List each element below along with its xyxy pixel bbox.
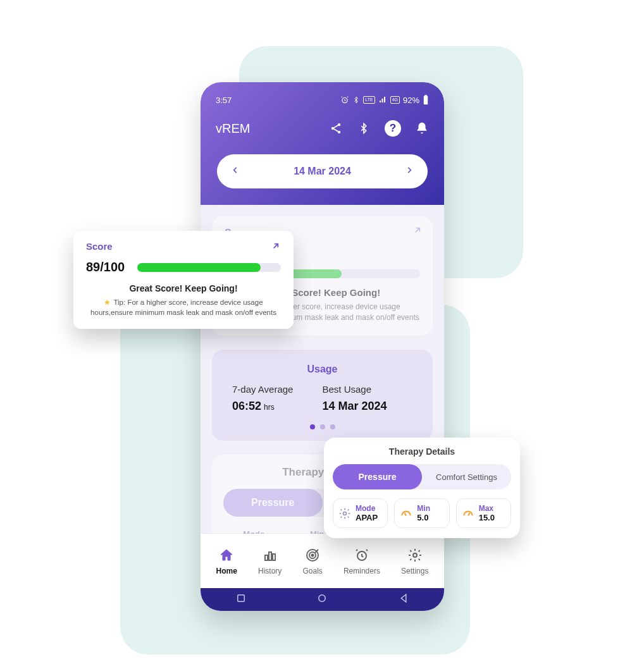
svg-point-16 <box>319 595 326 602</box>
nav-history[interactable]: History <box>258 548 282 575</box>
tab-pressure[interactable]: Pressure <box>333 464 422 489</box>
svg-point-3 <box>338 123 340 126</box>
battery-icon <box>423 95 429 105</box>
bluetooth-icon[interactable] <box>357 121 371 135</box>
best-value: 14 Mar 2024 <box>323 400 413 413</box>
reminders-icon <box>354 548 369 563</box>
home-icon <box>219 548 234 563</box>
date-selector: 14 Mar 2024 <box>217 154 428 188</box>
bell-icon[interactable] <box>415 121 429 135</box>
bottom-nav: Home History Goals Reminders Settings <box>201 534 444 588</box>
mode-item: Mode APAP <box>333 498 388 528</box>
score-popup[interactable]: Score 89/100 Great Score! Keep Going! ★T… <box>73 231 294 329</box>
star-icon: ★ <box>104 298 111 306</box>
tab-pressure[interactable]: Pressure <box>223 489 323 517</box>
nav-reminders[interactable]: Reminders <box>344 548 380 575</box>
best-label: Best Usage <box>323 384 413 395</box>
nav-goals[interactable]: Goals <box>302 548 322 575</box>
settings-icon <box>407 548 423 563</box>
score-title: Score <box>86 241 113 252</box>
avg-label: 7-day Average <box>232 384 323 395</box>
status-icons: LTE 4G 92% <box>340 95 429 105</box>
svg-point-4 <box>331 127 334 130</box>
gauge-icon <box>400 507 412 520</box>
alarm-icon <box>340 95 349 104</box>
svg-rect-8 <box>269 552 271 560</box>
svg-point-14 <box>413 553 417 557</box>
history-icon <box>263 548 278 563</box>
svg-rect-1 <box>424 96 428 105</box>
tab-comfort[interactable]: Comfort Settings <box>422 472 511 482</box>
svg-rect-7 <box>265 555 268 560</box>
svg-point-17 <box>344 512 347 515</box>
score-progress <box>137 263 281 272</box>
app-title: vREM <box>216 121 250 136</box>
date-label: 14 Mar 2024 <box>294 166 351 177</box>
usage-card[interactable]: Usage 7-day Average 06:52hrs Best Usage … <box>212 350 433 441</box>
svg-point-5 <box>338 131 340 133</box>
gear-icon <box>338 507 351 520</box>
avg-value: 06:52hrs <box>232 400 323 413</box>
segmented-control[interactable]: Pressure Comfort Settings <box>333 464 511 489</box>
svg-point-12 <box>312 555 314 556</box>
min-item: Min 5.0 <box>394 498 449 528</box>
usage-title: Usage <box>228 364 416 375</box>
android-home-button[interactable] <box>316 593 328 606</box>
help-icon[interactable]: ? <box>385 120 401 137</box>
bluetooth-icon <box>352 95 360 104</box>
signal-icon <box>378 96 387 104</box>
svg-rect-15 <box>238 595 245 602</box>
app-header: 3:57 LTE 4G 92% vREM ? <box>201 82 444 205</box>
therapy-popup[interactable]: Therapy Details Pressure Comfort Setting… <box>324 438 520 538</box>
therapy-title: Therapy Details <box>333 446 511 457</box>
pager-dots[interactable] <box>228 424 416 429</box>
nav-home[interactable]: Home <box>216 548 237 575</box>
gauge-icon <box>462 507 474 520</box>
android-recent-button[interactable] <box>235 593 247 606</box>
expand-icon[interactable] <box>271 241 281 254</box>
nav-settings[interactable]: Settings <box>401 548 428 575</box>
score-headline: Great Score! Keep Going! <box>86 283 281 293</box>
svg-rect-9 <box>273 554 275 560</box>
app-bar: vREM ? <box>213 115 431 154</box>
score-tip: ★Tip: For a higher score, increase devic… <box>86 297 281 317</box>
share-icon[interactable] <box>329 121 343 135</box>
expand-icon[interactable] <box>412 225 423 238</box>
date-next-button[interactable] <box>405 163 414 180</box>
goals-icon <box>305 548 320 563</box>
android-back-button[interactable] <box>398 593 409 606</box>
score-value: 89/100 <box>86 260 125 274</box>
svg-rect-2 <box>424 95 426 96</box>
max-item: Max 15.0 <box>456 498 511 528</box>
battery-text: 92% <box>403 95 419 105</box>
status-time: 3:57 <box>216 95 232 105</box>
android-nav <box>201 588 444 611</box>
status-bar: 3:57 LTE 4G 92% <box>213 94 431 115</box>
date-prev-button[interactable] <box>231 163 240 180</box>
